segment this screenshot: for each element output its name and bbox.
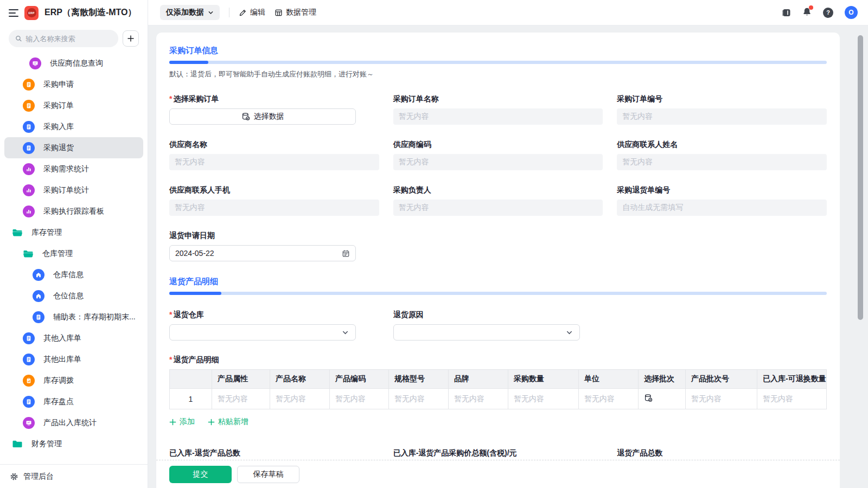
edit-button[interactable]: 编辑 (239, 8, 265, 17)
topbar: 仅添加数据 编辑 数据管理 ? O (148, 0, 868, 25)
database-select-icon[interactable] (644, 394, 653, 402)
user-avatar[interactable]: O (845, 6, 858, 19)
cell-select-batch (639, 389, 686, 409)
field-label: 退货申请日期 (169, 231, 215, 241)
col-header-returnable-qty: 已入库-可退换数量 (757, 370, 827, 389)
admin-console-button[interactable]: 管理后台 (0, 464, 148, 488)
sidebar-item-purchase-inbound[interactable]: 采购入库 (4, 116, 143, 137)
field-order-no: 采购订单编号 暂无内容 (617, 94, 827, 125)
order-name-input: 暂无内容 (393, 108, 603, 125)
field-label: 退货仓库 (173, 310, 203, 320)
field-supplier-code: 供应商编码 暂无内容 (393, 140, 603, 170)
folder-open-icon (23, 249, 34, 258)
clipboard-icon (23, 375, 35, 387)
col-header-product-code: 产品编码 (330, 370, 389, 389)
select-data-button[interactable]: 选择数据 (169, 108, 356, 125)
save-draft-button[interactable]: 保存草稿 (237, 466, 299, 483)
form-footer: 提交 保存草稿 (156, 460, 840, 488)
sidebar-item-label: 其他出库单 (43, 355, 81, 364)
hamburger-menu-icon[interactable] (9, 9, 18, 17)
sidebar: ERP ERP（离散制造-MTO） 供应商信息查询 采购申请 采购订单 采购入库 (0, 0, 148, 488)
search-input[interactable] (25, 35, 112, 43)
sidebar-item-label: 采购退货 (43, 143, 74, 153)
sidebar-item-purchase-order-stats[interactable]: 采购订单统计 (4, 179, 143, 201)
table-grid-icon (275, 9, 283, 17)
field-label: 供应商名称 (169, 140, 207, 150)
return-warehouse-select[interactable] (169, 324, 356, 341)
topbar-divider (229, 8, 229, 17)
sidebar-folder-warehouse-management[interactable]: 仓库管理 (4, 243, 143, 264)
sidebar-folder-inventory-management[interactable]: 库存管理 (4, 222, 143, 243)
app-logo: ERP (24, 6, 39, 20)
sidebar-item-label: 产品出入库统计 (43, 418, 97, 428)
sidebar-item-inventory-count[interactable]: 库存盘点 (4, 391, 143, 412)
required-marker: * (169, 310, 172, 319)
sidebar-item-label: 采购订单统计 (43, 185, 89, 195)
col-header-brand: 品牌 (449, 370, 508, 389)
data-mode-dropdown[interactable]: 仅添加数据 (160, 5, 220, 20)
content-area: 采购订单信息 默认：退货后，即可智能助手自动生成应付账款明细，进行对账～ *选择… (148, 25, 868, 488)
field-label: 采购退货单编号 (617, 185, 670, 195)
help-button[interactable]: ? (823, 8, 833, 18)
submit-button[interactable]: 提交 (169, 466, 232, 483)
sidebar-item-inventory-transfer[interactable]: 库存调拨 (4, 370, 143, 391)
document-icon (23, 396, 35, 408)
chevron-down-icon (208, 10, 214, 16)
data-mode-label: 仅添加数据 (166, 8, 204, 17)
sidebar-item-purchase-request[interactable]: 采购申请 (4, 74, 143, 95)
required-marker: * (169, 355, 172, 364)
sidebar-item-other-outbound[interactable]: 其他出库单 (4, 349, 143, 370)
supplier-code-input: 暂无内容 (393, 154, 603, 170)
sidebar-item-label: 仓位信息 (53, 291, 84, 301)
document-icon (23, 100, 35, 112)
table-row: 1 暂无内容 暂无内容 暂无内容 暂无内容 暂无内容 暂无内容 暂无内容 暂无内… (170, 389, 827, 409)
select-data-label: 选择数据 (254, 112, 284, 121)
edit-label: 编辑 (250, 8, 265, 17)
plus-icon (208, 419, 215, 426)
calendar-icon (342, 249, 350, 258)
sidebar-item-purchase-tracking-board[interactable]: 采购执行跟踪看板 (4, 201, 143, 222)
help-glyph: ? (826, 9, 830, 16)
main-area: 仅添加数据 编辑 数据管理 ? O 采购订单信息 默认：退货后，即可智能助手自动… (148, 0, 868, 488)
sidebar-toggle-icon[interactable] (782, 8, 791, 17)
sidebar-item-supplier-info-query[interactable]: 供应商信息查询 (4, 53, 143, 74)
sidebar-item-bin-info[interactable]: 仓位信息 (4, 285, 143, 306)
add-node-button[interactable] (123, 30, 139, 47)
monitor-chart-icon (29, 57, 41, 69)
monitor-chart-icon (23, 417, 35, 429)
add-row-button[interactable]: 添加 (169, 417, 195, 427)
document-icon (23, 332, 35, 344)
col-header-product-name: 产品名称 (270, 370, 330, 389)
field-purchase-owner: 采购负责人 暂无内容 (393, 185, 603, 216)
pencil-icon (239, 9, 247, 17)
cell-returnable-qty: 暂无内容 (757, 389, 827, 409)
return-date-picker[interactable]: 2024-05-22 (169, 245, 356, 261)
vertical-scrollbar[interactable] (858, 35, 863, 320)
sidebar-search[interactable] (9, 30, 118, 47)
sidebar-folder-finance-management[interactable]: 财务管理 (4, 433, 143, 454)
data-manage-button[interactable]: 数据管理 (275, 8, 316, 17)
sidebar-item-purchase-demand-stats[interactable]: 采购需求统计 (4, 158, 143, 179)
sidebar-item-label: 采购入库 (43, 122, 74, 132)
field-label: 选择采购订单 (173, 94, 219, 104)
sidebar-item-purchase-return[interactable]: 采购退货 (4, 137, 143, 158)
sidebar-item-purchase-order[interactable]: 采购订单 (4, 95, 143, 116)
sidebar-item-product-io-stats[interactable]: 产品出入库统计 (4, 412, 143, 433)
return-reason-select[interactable] (393, 324, 580, 341)
sidebar-item-other-inbound[interactable]: 其他入库单 (4, 328, 143, 349)
field-label: 退货原因 (393, 310, 424, 320)
plus-icon (127, 35, 135, 42)
field-label: 采购订单名称 (393, 94, 439, 104)
sidebar-item-label: 财务管理 (31, 439, 62, 449)
sidebar-item-warehouse-info[interactable]: 仓库信息 (4, 264, 143, 285)
sidebar-item-aux-inventory-table[interactable]: 辅助表：库存期初期末... (4, 306, 143, 328)
notifications-button[interactable] (802, 7, 812, 18)
col-header-index (170, 370, 212, 389)
sidebar-header: ERP ERP（离散制造-MTO） (0, 0, 148, 25)
field-label: 采购订单编号 (617, 94, 662, 104)
data-manage-label: 数据管理 (286, 8, 316, 17)
paste-add-button[interactable]: 粘贴新增 (208, 417, 248, 427)
add-row-label: 添加 (180, 417, 195, 427)
sidebar-item-label: 库存调拨 (43, 376, 74, 386)
app-logo-text: ERP (27, 8, 36, 17)
